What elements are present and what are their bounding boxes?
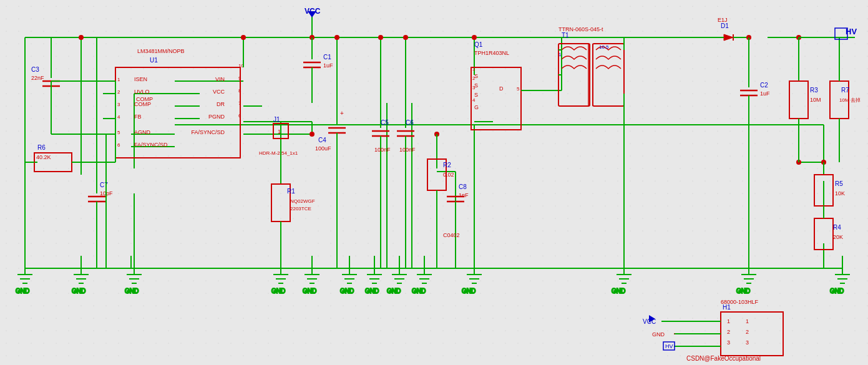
- svg-text:HV: HV: [665, 343, 673, 349]
- svg-text:ISEN: ISEN: [134, 76, 147, 82]
- svg-text:GND: GND: [652, 331, 665, 338]
- svg-text:AGND: AGND: [134, 129, 151, 135]
- svg-text:3: 3: [472, 85, 475, 90]
- svg-text:D1: D1: [721, 22, 729, 29]
- svg-text:3: 3: [746, 339, 749, 346]
- svg-text:GND: GND: [303, 288, 316, 294]
- svg-text:U1: U1: [150, 57, 158, 64]
- svg-text:6: 6: [117, 142, 120, 148]
- svg-text:C5: C5: [381, 119, 389, 126]
- svg-text:NQ02WGF: NQ02WGF: [290, 198, 315, 204]
- svg-text:3: 3: [727, 339, 730, 346]
- svg-text:C2: C2: [760, 82, 768, 89]
- schematic-canvas: ISEN UVLO COMP FB AGND FA/SYNC/SD VIN VC…: [0, 0, 868, 365]
- svg-text:C0402: C0402: [443, 232, 460, 238]
- svg-text:2: 2: [472, 75, 475, 81]
- svg-text:2: 2: [746, 329, 749, 335]
- svg-text:22nF: 22nF: [31, 75, 44, 81]
- svg-text:10M: 10M: [810, 97, 821, 103]
- svg-text:0.02: 0.02: [443, 172, 454, 178]
- svg-text:1: 1: [278, 129, 281, 135]
- svg-text:3: 3: [117, 102, 120, 107]
- svg-text:10K: 10K: [835, 190, 845, 197]
- svg-text:GND: GND: [830, 288, 844, 294]
- svg-text:10.5: 10.5: [599, 44, 609, 50]
- svg-text:100nF: 100nF: [374, 147, 391, 153]
- svg-text:Q1: Q1: [474, 41, 483, 48]
- svg-text:R4: R4: [833, 224, 841, 231]
- svg-text:LM3481MM/NOPB: LM3481MM/NOPB: [137, 48, 185, 54]
- svg-text:+: +: [340, 110, 344, 117]
- svg-text:VIN: VIN: [215, 76, 225, 82]
- svg-text:GND: GND: [340, 288, 354, 294]
- svg-text:UVLO: UVLO: [134, 89, 150, 95]
- svg-text:9: 9: [238, 75, 241, 81]
- svg-text:FA/SYNC/SD: FA/SYNC/SD: [134, 142, 168, 148]
- svg-text:2: 2: [117, 89, 120, 95]
- svg-text:4: 4: [472, 97, 475, 103]
- svg-text:C1: C1: [323, 54, 331, 61]
- svg-text:GND: GND: [16, 288, 29, 294]
- svg-text:CSDN@FakeOccupational: CSDN@FakeOccupational: [686, 355, 761, 362]
- svg-text:GND: GND: [412, 288, 426, 294]
- svg-text:C6: C6: [406, 119, 414, 126]
- svg-text:E1J: E1J: [718, 17, 728, 23]
- svg-text:1: 1: [746, 318, 749, 324]
- svg-point-69: [310, 132, 315, 137]
- svg-text:GND: GND: [72, 288, 85, 294]
- svg-text:R2: R2: [443, 162, 451, 168]
- svg-text:7: 7: [238, 100, 241, 106]
- svg-text:J1: J1: [273, 116, 280, 123]
- svg-text:GND: GND: [612, 288, 625, 294]
- svg-text:T1: T1: [562, 32, 569, 39]
- svg-text:COMP: COMP: [136, 96, 153, 102]
- svg-text:G: G: [474, 104, 479, 110]
- svg-text:1: 1: [472, 66, 475, 72]
- svg-text:6: 6: [238, 113, 241, 119]
- svg-text:5: 5: [517, 86, 520, 92]
- svg-text:100nF: 100nF: [399, 147, 416, 153]
- svg-text:2203TCE: 2203TCE: [290, 206, 311, 212]
- svg-text:8: 8: [238, 88, 241, 94]
- svg-text:PGND: PGND: [208, 114, 225, 120]
- svg-text:68000-103HLF: 68000-103HLF: [721, 299, 759, 305]
- svg-text:C8: C8: [459, 183, 467, 190]
- svg-text:GND: GND: [365, 288, 379, 294]
- svg-text:R3: R3: [810, 87, 818, 94]
- svg-point-66: [472, 35, 477, 40]
- svg-text:R5: R5: [835, 180, 843, 187]
- svg-text:DR: DR: [217, 101, 225, 107]
- svg-text:HDR-M-2.54_1x1: HDR-M-2.54_1x1: [259, 150, 298, 156]
- svg-text:1: 1: [117, 77, 120, 82]
- svg-text:FA/SYNC/SD: FA/SYNC/SD: [191, 129, 225, 135]
- svg-text:40.2K: 40.2K: [36, 154, 51, 160]
- svg-text:GND: GND: [736, 288, 750, 294]
- svg-point-157: [334, 35, 339, 40]
- svg-text:C3: C3: [31, 66, 39, 73]
- svg-text:GND: GND: [125, 288, 139, 294]
- svg-text:D: D: [499, 85, 504, 92]
- svg-text:GND: GND: [271, 288, 285, 294]
- svg-text:C7: C7: [100, 182, 108, 188]
- svg-text:20K: 20K: [833, 234, 843, 240]
- svg-text:R1: R1: [287, 188, 295, 195]
- svg-text:1: 1: [727, 318, 730, 324]
- svg-rect-2: [0, 0, 868, 365]
- svg-text:1uF: 1uF: [760, 90, 770, 97]
- svg-text:GND: GND: [387, 288, 401, 294]
- svg-text:TPH1R403NL: TPH1R403NL: [474, 50, 509, 56]
- svg-text:1: 1: [558, 52, 562, 57]
- svg-text:R7: R7: [841, 87, 849, 94]
- svg-text:C4: C4: [318, 137, 326, 144]
- svg-point-328: [241, 35, 246, 40]
- svg-text:VCC: VCC: [213, 89, 225, 95]
- svg-text:100uF: 100uF: [315, 145, 331, 152]
- svg-text:5: 5: [117, 130, 120, 135]
- svg-text:TTRN-060S-045-t: TTRN-060S-045-t: [558, 26, 603, 32]
- svg-text:10M 去掉: 10M 去掉: [839, 97, 861, 103]
- svg-text:4: 4: [117, 114, 120, 120]
- svg-text:1uF: 1uF: [323, 62, 333, 69]
- svg-point-163: [378, 35, 383, 40]
- svg-text:GND: GND: [462, 288, 475, 294]
- svg-text:1nF: 1nF: [459, 192, 469, 198]
